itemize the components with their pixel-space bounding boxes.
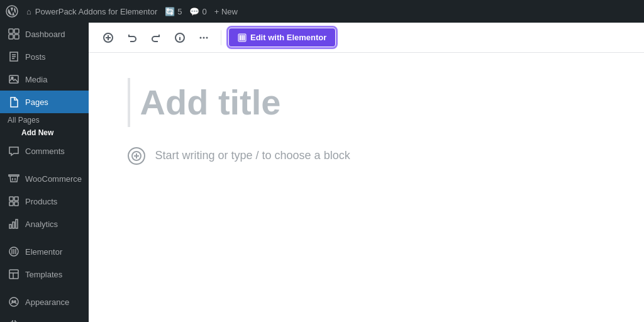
svg-point-34 xyxy=(180,35,180,36)
site-name[interactable]: ⌂ PowerPack Addons for Elementor xyxy=(26,7,157,16)
svg-rect-3 xyxy=(9,35,13,39)
pages-sub-label: All Pages xyxy=(0,113,89,126)
add-block-icon[interactable] xyxy=(128,147,145,165)
svg-point-25 xyxy=(12,301,13,302)
redo-button[interactable] xyxy=(147,28,165,47)
content-area: Edit with Elementor Add title xyxy=(89,23,644,322)
info-button[interactable] xyxy=(170,28,189,47)
svg-rect-21 xyxy=(9,270,18,279)
editor-content[interactable]: Add title Start writing or type / to cho… xyxy=(89,53,644,322)
editor-toolbar: Edit with Elementor xyxy=(89,23,644,53)
sidebar-item-analytics[interactable]: Analytics xyxy=(0,213,89,235)
woocommerce-icon xyxy=(8,172,20,185)
body-placeholder: Start writing or type / to choose a bloc… xyxy=(155,149,350,162)
comments-sidebar-icon xyxy=(8,145,20,157)
elementor-icon xyxy=(8,245,20,258)
edit-with-elementor-button[interactable]: Edit with Elementor xyxy=(229,28,335,47)
svg-rect-13 xyxy=(14,202,18,206)
media-icon xyxy=(8,73,20,86)
toolbar-sep xyxy=(221,30,221,45)
svg-rect-15 xyxy=(13,222,14,228)
sidebar-item-comments[interactable]: Comments xyxy=(0,140,89,162)
appearance-icon xyxy=(8,296,20,308)
wp-logo[interactable] xyxy=(5,4,19,18)
templates-icon xyxy=(8,268,20,280)
undo-button[interactable] xyxy=(123,28,142,47)
sidebar-item-templates[interactable]: Templates xyxy=(0,263,89,286)
editor-inner: Add title Start writing or type / to cho… xyxy=(128,78,606,165)
svg-rect-14 xyxy=(9,225,11,228)
admin-bar: ⌂ PowerPack Addons for Elementor 🔄 5 💬 0… xyxy=(0,0,644,23)
new-item[interactable]: + New xyxy=(214,7,238,16)
main-layout: Dashboard Posts Media xyxy=(0,23,644,322)
svg-point-26 xyxy=(14,301,16,302)
title-area: Add title xyxy=(128,78,606,127)
svg-rect-10 xyxy=(9,197,13,201)
products-icon xyxy=(8,195,20,208)
more-button[interactable] xyxy=(194,28,213,47)
sidebar-item-elementor[interactable]: Elementor xyxy=(0,240,89,263)
sidebar: Dashboard Posts Media xyxy=(0,23,89,322)
sidebar-item-woocommerce[interactable]: WooCommerce xyxy=(0,167,89,190)
pages-icon xyxy=(8,96,20,108)
svg-rect-2 xyxy=(14,29,19,33)
posts-icon xyxy=(8,50,20,63)
start-writing-area: Start writing or type / to choose a bloc… xyxy=(128,147,606,165)
svg-rect-4 xyxy=(14,35,19,39)
updates-item[interactable]: 🔄 5 xyxy=(165,7,182,16)
sidebar-item-dashboard[interactable]: Dashboard xyxy=(0,23,89,45)
svg-rect-11 xyxy=(14,197,18,201)
dashboard-icon xyxy=(8,28,20,40)
svg-point-35 xyxy=(200,36,202,38)
sidebar-item-plugins[interactable]: Plugins xyxy=(0,313,89,322)
sidebar-item-appearance[interactable]: Appearance xyxy=(0,291,89,313)
svg-point-36 xyxy=(203,36,205,38)
sidebar-item-posts[interactable]: Posts xyxy=(0,45,89,68)
svg-rect-16 xyxy=(16,219,18,228)
sidebar-subitem-add-new[interactable]: Add New xyxy=(0,126,89,140)
comments-item[interactable]: 💬 0 xyxy=(189,7,206,16)
analytics-icon xyxy=(8,218,20,230)
plugins-icon xyxy=(8,318,20,322)
sidebar-item-products[interactable]: Products xyxy=(0,190,89,213)
title-placeholder[interactable]: Add title xyxy=(140,83,596,122)
svg-rect-1 xyxy=(9,29,13,33)
sidebar-item-pages[interactable]: Pages xyxy=(0,91,89,113)
sidebar-item-media[interactable]: Media xyxy=(0,68,89,91)
svg-point-37 xyxy=(206,36,208,38)
svg-rect-12 xyxy=(9,202,13,206)
add-block-button[interactable] xyxy=(99,28,118,47)
